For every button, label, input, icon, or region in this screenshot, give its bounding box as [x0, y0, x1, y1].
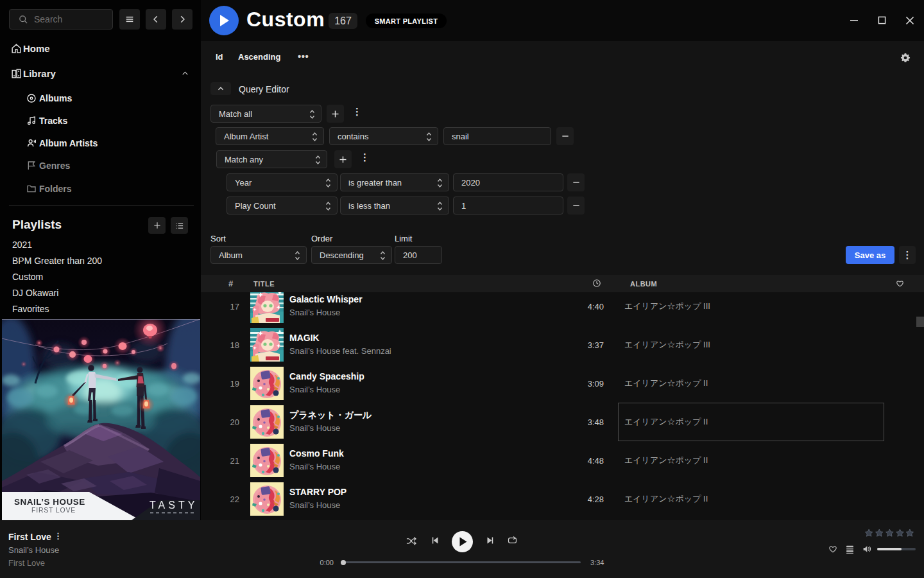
svg-text:SNAIL’S HOUSE: SNAIL’S HOUSE: [14, 497, 85, 507]
svg-text:FIRST LOVE: FIRST LOVE: [31, 506, 76, 514]
svg-text:TASTY: TASTY: [150, 500, 198, 511]
